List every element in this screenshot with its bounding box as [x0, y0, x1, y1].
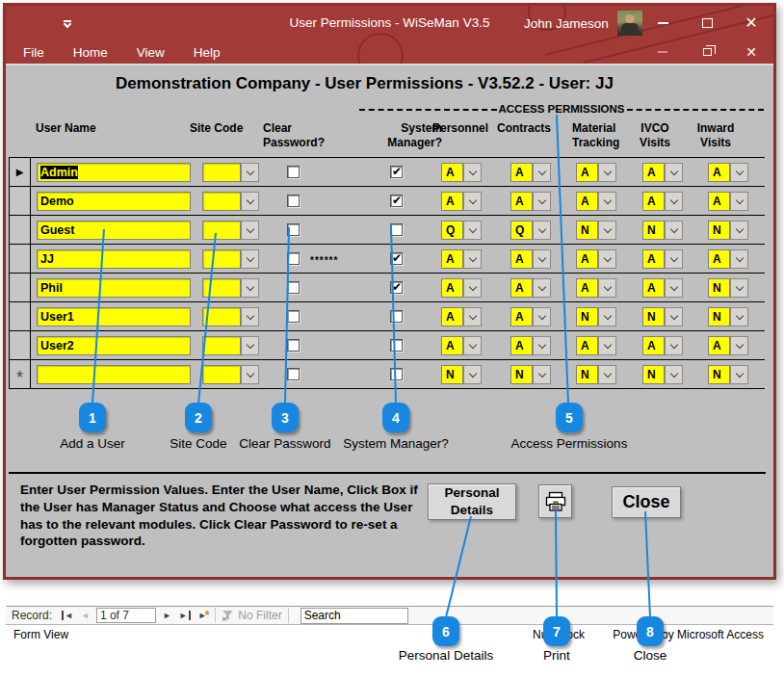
- permission-dropdown-button[interactable]: [598, 163, 616, 182]
- permission-dropdown-button[interactable]: [598, 221, 616, 240]
- permission-value[interactable]: A: [510, 336, 533, 355]
- permission-value[interactable]: A: [510, 192, 533, 211]
- permission-value[interactable]: N: [576, 365, 598, 384]
- clear-password-checkbox[interactable]: [287, 195, 300, 207]
- permission-value[interactable]: A: [510, 307, 533, 326]
- ribbon-collapse-button[interactable]: [640, 40, 685, 64]
- permission-dropdown-button[interactable]: [533, 249, 551, 269]
- permission-value[interactable]: N: [576, 307, 598, 326]
- system-manager-checkbox[interactable]: [390, 368, 403, 380]
- permission-dropdown-button[interactable]: [533, 365, 551, 384]
- permission-dropdown-button[interactable]: [463, 249, 482, 269]
- permission-value[interactable]: N: [708, 307, 730, 326]
- clear-password-checkbox[interactable]: [287, 281, 300, 294]
- next-record-button[interactable]: ►: [163, 611, 171, 620]
- permission-value[interactable]: A: [642, 163, 665, 182]
- last-record-button[interactable]: ►: [179, 611, 191, 620]
- record-selector[interactable]: ▶: [10, 158, 31, 186]
- record-selector[interactable]: [10, 302, 31, 330]
- permission-dropdown-button[interactable]: [463, 278, 482, 298]
- permission-dropdown-button[interactable]: [463, 221, 482, 240]
- first-record-button[interactable]: ◄: [62, 611, 73, 620]
- permission-value[interactable]: Q: [510, 221, 533, 240]
- permission-value[interactable]: A: [576, 278, 598, 298]
- user-name-field[interactable]: Admin: [37, 163, 191, 182]
- permission-value[interactable]: N: [642, 365, 665, 384]
- permission-dropdown-button[interactable]: [598, 307, 616, 326]
- record-selector[interactable]: [10, 216, 31, 244]
- record-position-box[interactable]: 1 of 7: [96, 608, 156, 623]
- site-code-field[interactable]: [202, 192, 241, 211]
- clear-password-checkbox[interactable]: [287, 252, 300, 265]
- permission-value[interactable]: A: [642, 249, 665, 269]
- permission-value[interactable]: N: [642, 221, 665, 240]
- permission-dropdown-button[interactable]: [533, 307, 551, 326]
- menu-file[interactable]: File: [23, 45, 44, 60]
- no-filter-control[interactable]: No Filter: [222, 609, 281, 622]
- permission-dropdown-button[interactable]: [730, 163, 748, 182]
- site-code-field[interactable]: [202, 365, 241, 384]
- close-window-button[interactable]: ✕: [729, 6, 773, 40]
- menu-help[interactable]: Help: [194, 45, 221, 60]
- permission-value[interactable]: A: [441, 336, 463, 355]
- user-name-field[interactable]: JJ: [37, 249, 191, 269]
- record-selector[interactable]: [10, 274, 31, 301]
- permission-value[interactable]: A: [576, 163, 598, 182]
- permission-dropdown-button[interactable]: [665, 307, 683, 326]
- site-code-dropdown-button[interactable]: [241, 336, 259, 355]
- permission-value[interactable]: A: [441, 192, 463, 211]
- permission-value[interactable]: N: [642, 307, 665, 326]
- system-manager-checkbox[interactable]: [390, 223, 403, 236]
- permission-dropdown-button[interactable]: [730, 221, 748, 240]
- permission-value[interactable]: N: [576, 221, 598, 240]
- permission-value[interactable]: A: [642, 278, 665, 298]
- permission-value[interactable]: A: [576, 192, 598, 211]
- permission-dropdown-button[interactable]: [730, 249, 748, 269]
- clear-password-checkbox[interactable]: [287, 166, 300, 178]
- system-manager-checkbox[interactable]: [390, 310, 403, 323]
- site-code-field[interactable]: [202, 249, 241, 269]
- clear-password-checkbox[interactable]: [287, 368, 300, 380]
- system-manager-checkbox[interactable]: [390, 339, 403, 352]
- menu-home[interactable]: Home: [73, 45, 108, 60]
- site-code-field[interactable]: [202, 307, 241, 326]
- permission-value[interactable]: N: [708, 365, 730, 384]
- user-name-field[interactable]: User2: [37, 336, 191, 355]
- account-area[interactable]: John Jameson: [524, 6, 642, 40]
- previous-record-button[interactable]: ◄: [81, 611, 90, 620]
- permission-dropdown-button[interactable]: [598, 278, 616, 298]
- permission-dropdown-button[interactable]: [730, 307, 748, 326]
- record-selector[interactable]: [10, 187, 31, 215]
- permission-value[interactable]: A: [441, 278, 463, 298]
- permission-dropdown-button[interactable]: [730, 192, 748, 211]
- site-code-field[interactable]: [202, 278, 241, 298]
- system-manager-checkbox[interactable]: [390, 195, 403, 207]
- permission-dropdown-button[interactable]: [463, 336, 482, 355]
- permission-dropdown-button[interactable]: [665, 278, 683, 298]
- clear-password-checkbox[interactable]: [287, 223, 300, 236]
- permission-dropdown-button[interactable]: [665, 163, 683, 182]
- permission-value[interactable]: N: [708, 221, 730, 240]
- record-selector[interactable]: [10, 331, 31, 359]
- permission-dropdown-button[interactable]: [533, 192, 551, 211]
- user-name-field[interactable]: [37, 365, 191, 384]
- permission-dropdown-button[interactable]: [463, 192, 482, 211]
- site-code-dropdown-button[interactable]: [241, 365, 259, 384]
- system-manager-checkbox[interactable]: [390, 252, 403, 265]
- permission-value[interactable]: N: [510, 365, 533, 384]
- permission-dropdown-button[interactable]: [598, 249, 616, 269]
- site-code-dropdown-button[interactable]: [241, 249, 259, 269]
- record-selector[interactable]: *: [10, 360, 31, 388]
- permission-value[interactable]: A: [708, 163, 730, 182]
- permission-dropdown-button[interactable]: [665, 336, 683, 355]
- permission-value[interactable]: A: [441, 249, 463, 269]
- minimize-button[interactable]: [640, 6, 685, 40]
- permission-dropdown-button[interactable]: [598, 365, 616, 384]
- system-manager-checkbox[interactable]: [390, 166, 403, 178]
- permission-value[interactable]: A: [576, 336, 598, 355]
- site-code-dropdown-button[interactable]: [241, 192, 259, 211]
- site-code-dropdown-button[interactable]: [241, 278, 259, 298]
- permission-dropdown-button[interactable]: [730, 365, 748, 384]
- search-input[interactable]: [301, 608, 408, 624]
- permission-value[interactable]: N: [441, 365, 463, 384]
